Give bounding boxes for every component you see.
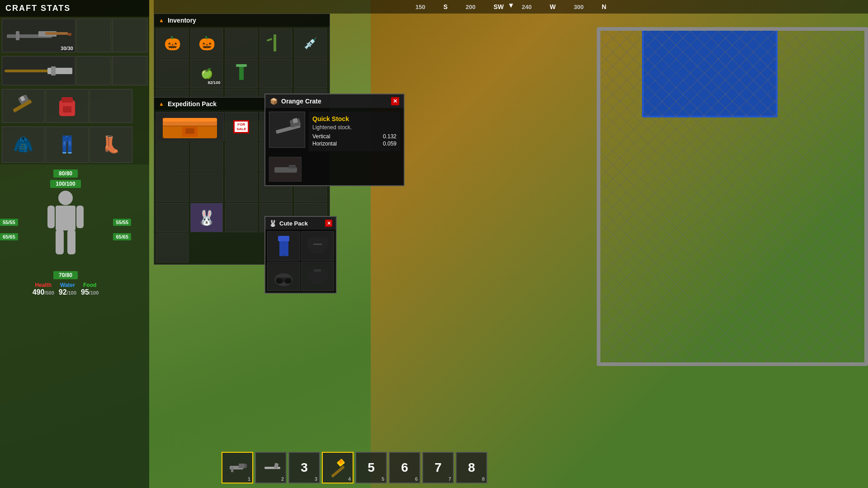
- expedition-arrow: ▲: [159, 101, 164, 107]
- svg-rect-56: [331, 465, 345, 478]
- empty-slot-1[interactable]: [76, 19, 112, 52]
- exp-slot-11[interactable]: [225, 173, 258, 202]
- body-stats-left: 55/55 65/65: [0, 219, 18, 240]
- vital-food: Food 95/100: [81, 282, 99, 296]
- inventory-label: Inventory: [168, 17, 196, 24]
- inv-slot-6[interactable]: 🍏 82/100: [190, 59, 223, 88]
- svg-rect-23: [236, 64, 247, 67]
- cute-grid: [265, 230, 336, 293]
- exp-slot-10[interactable]: [190, 173, 223, 202]
- cute-slot-0[interactable]: [267, 231, 300, 261]
- craft-stats-header: CRAFT STATS: [0, 0, 149, 17]
- empty-slot-2[interactable]: [112, 19, 147, 52]
- health-label: Health: [33, 282, 54, 288]
- empty-slot-5[interactable]: [90, 89, 132, 123]
- inv-slot-7[interactable]: [225, 59, 258, 88]
- water-label: Water: [59, 282, 76, 288]
- food-value: 95/100: [81, 288, 99, 296]
- inv-slot-8[interactable]: [259, 59, 292, 88]
- svg-point-14: [58, 191, 73, 205]
- compass-SW: SW: [494, 3, 504, 10]
- inv-slot-1[interactable]: 🎃: [190, 28, 223, 58]
- svg-rect-21: [267, 38, 273, 42]
- exp-slot-16[interactable]: [225, 203, 258, 232]
- compass-bar: ▾ 150 S 200 SW 240 W 300 N: [154, 0, 868, 14]
- svg-rect-15: [56, 206, 75, 230]
- cute-slot-2[interactable]: [267, 262, 300, 291]
- svg-point-44: [276, 278, 283, 284]
- svg-rect-53: [231, 467, 233, 472]
- svg-rect-39: [307, 237, 312, 249]
- stick-slot[interactable]: [2, 56, 75, 85]
- hotbar-slot-5[interactable]: 5 5: [355, 452, 387, 483]
- vitals-bottom: Health 490/500 Water 92/100 Food 95/100: [0, 282, 131, 296]
- inv-slot-0[interactable]: 🎃: [156, 28, 189, 58]
- svg-rect-26: [163, 118, 217, 122]
- exp-slot-bunny[interactable]: 🐰: [190, 203, 223, 232]
- pants-slot[interactable]: 👖: [46, 127, 89, 163]
- hotbar-slot-7[interactable]: 7 7: [422, 452, 454, 483]
- hotbar-slot-4[interactable]: 4: [322, 452, 354, 483]
- weapon-row: 30/30: [0, 17, 149, 54]
- inventory-header[interactable]: ▲ Inventory: [154, 14, 330, 27]
- crate-icon: 📦: [270, 98, 278, 105]
- jacket-slot[interactable]: 🧥: [2, 127, 45, 163]
- compass-NW: N: [602, 3, 606, 10]
- inv-slot-5[interactable]: [156, 59, 189, 88]
- svg-rect-12: [61, 97, 73, 103]
- compass-200: 200: [466, 4, 476, 10]
- for-sale-sign: FORSALE: [233, 120, 249, 133]
- food-label: Food: [81, 282, 99, 288]
- hammer-slot[interactable]: [2, 89, 45, 123]
- crate-close-button[interactable]: ✕: [391, 97, 399, 105]
- left-stat-1: 55/55: [0, 219, 18, 226]
- health-value: 490/500: [33, 288, 54, 296]
- stat-vertical-value: 0.132: [383, 133, 396, 140]
- cute-slot-3[interactable]: [301, 262, 334, 291]
- crate-item-image: [269, 112, 305, 148]
- hotbar-slot-3[interactable]: 3 3: [288, 452, 320, 483]
- empty-slot-4[interactable]: [112, 56, 147, 85]
- tools-row: [0, 87, 149, 125]
- hotbar-num-4: 4: [348, 476, 351, 482]
- cute-slot-1[interactable]: [301, 231, 334, 261]
- left-panel: CRAFT STATS 30/30: [0, 0, 149, 488]
- cute-close-button[interactable]: ✕: [325, 220, 332, 227]
- svg-rect-52: [245, 464, 247, 468]
- crate-tooltip: Quick Stock Lightened stock. Vertical 0.…: [309, 112, 400, 151]
- exp-slot-4[interactable]: [156, 142, 189, 172]
- svg-rect-41: [313, 244, 322, 245]
- hotbar-num-1: 1: [248, 476, 250, 482]
- hotbar-slot-2[interactable]: 2: [255, 452, 287, 483]
- inv-slot-3[interactable]: [259, 28, 292, 58]
- water-value: 92/100: [59, 288, 76, 296]
- svg-rect-4: [68, 33, 71, 36]
- inv-slot-4[interactable]: 💉: [294, 28, 327, 58]
- compass-300: 300: [574, 4, 584, 10]
- exp-slot-19[interactable]: [156, 233, 189, 263]
- exp-slot-5[interactable]: [190, 142, 223, 172]
- hotbar-slot-6[interactable]: 6 6: [389, 452, 420, 483]
- gun-slot[interactable]: 30/30: [2, 19, 75, 52]
- inv-slot-2[interactable]: [225, 28, 258, 58]
- crate-bottom-slot[interactable]: [269, 157, 302, 182]
- exp-slot-chest[interactable]: [156, 112, 224, 141]
- backpack-slot[interactable]: [46, 89, 89, 123]
- empty-slot-3[interactable]: [76, 56, 112, 85]
- hotbar-num-6: 6: [415, 476, 418, 482]
- exp-slot-14[interactable]: [156, 203, 189, 232]
- exp-slot-for-sale[interactable]: FORSALE: [225, 112, 258, 141]
- player-stats: 80/80 100/100 55/55 65/65: [0, 169, 131, 296]
- svg-rect-16: [47, 206, 55, 228]
- svg-rect-37: [278, 236, 289, 241]
- crate-header: 📦 Orange Crate ✕: [265, 94, 404, 108]
- inv-slot-9[interactable]: [294, 59, 327, 88]
- hotbar-slot-1[interactable]: 1: [222, 452, 253, 483]
- exp-slot-9[interactable]: [156, 173, 189, 202]
- exp-slot-6[interactable]: [225, 142, 258, 172]
- hotbar-slot-8[interactable]: 8 8: [456, 452, 487, 483]
- compass-S: S: [443, 3, 448, 10]
- cage-inner: [597, 27, 868, 366]
- boots-slot[interactable]: 👢: [90, 127, 132, 163]
- cage-structure: [552, 27, 868, 389]
